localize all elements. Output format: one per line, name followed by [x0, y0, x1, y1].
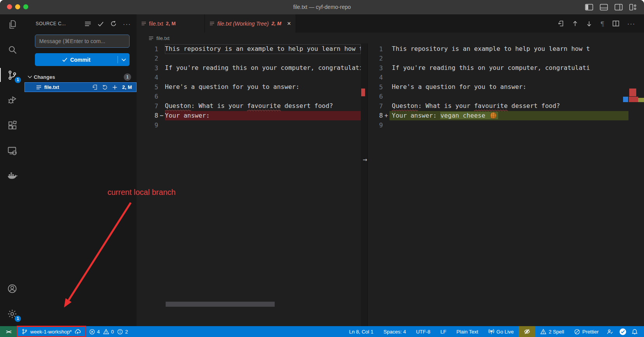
refresh-icon[interactable]	[110, 21, 117, 27]
changed-file-name: file.txt	[44, 84, 59, 90]
deleted-code-line[interactable]: Your answer:	[165, 111, 361, 121]
code-line[interactable]	[165, 73, 361, 83]
open-file-icon[interactable]	[92, 84, 98, 90]
activity-search[interactable]	[0, 40, 24, 60]
problems-status-item[interactable]: 4 0 2	[86, 326, 132, 337]
sidebar-title: SOURCE C...	[36, 21, 85, 26]
code-line[interactable]: Queston: What is your favourite dessert …	[165, 101, 361, 111]
discard-changes-icon[interactable]	[102, 84, 108, 90]
right-line-7: 7Queston: What is your favourite dessert…	[367, 101, 628, 111]
file-list-icon	[36, 85, 42, 90]
run-and-debug-icon	[7, 95, 17, 106]
branch-status-item[interactable]: week-1-workshop*	[17, 326, 86, 337]
right-line-2: 2	[367, 54, 628, 64]
activity-settings[interactable]: 1	[0, 304, 24, 324]
inserted-code-line[interactable]: Your answer: vegan cheese	[390, 111, 628, 121]
toggle-primary-sidebar-icon[interactable]	[585, 3, 594, 12]
language-mode-item[interactable]: Plain Text	[451, 326, 483, 337]
commit-check-icon[interactable]	[97, 21, 104, 27]
toggle-panel-icon[interactable]	[599, 3, 608, 12]
go-live-label: Go Live	[497, 329, 514, 335]
toggle-secondary-sidebar-icon[interactable]	[614, 3, 623, 12]
revert-change-arrow[interactable]: →	[363, 155, 374, 163]
code-line[interactable]: Here's a question for you to answer:	[165, 82, 361, 92]
check-circle-icon	[620, 328, 626, 335]
spell-checker-toggle-item[interactable]	[519, 326, 535, 337]
split-editor-icon[interactable]	[613, 21, 619, 26]
breadcrumb-file-icon	[149, 36, 154, 40]
previous-change-icon[interactable]	[572, 21, 578, 27]
vscode-window: file.txt — cyf-demo-repo 1	[0, 0, 644, 337]
activity-docker[interactable]	[0, 166, 24, 186]
more-actions-icon[interactable]: ···	[123, 21, 131, 27]
go-live-item[interactable]: Go Live	[483, 326, 519, 337]
left-line-6: 6	[137, 92, 361, 102]
warnings-icon	[103, 329, 109, 334]
changes-section-header[interactable]: Changes 1	[24, 72, 137, 82]
code-line[interactable]	[390, 120, 628, 130]
bell-icon	[632, 328, 638, 335]
breadcrumb[interactable]: file.txt	[137, 33, 644, 43]
next-change-icon[interactable]	[586, 21, 592, 27]
code-line[interactable]	[390, 54, 628, 64]
code-line[interactable]: Queston: What is your favourite dessert …	[390, 101, 628, 111]
code-line[interactable]: If you're reading this on your computer,…	[390, 63, 628, 73]
code-line[interactable]: Here's a question for you to answer:	[390, 82, 628, 92]
more-actions-icon[interactable]: ···	[627, 20, 635, 27]
whitespace-icon[interactable]: ¶	[600, 20, 604, 28]
code-line[interactable]	[390, 92, 628, 102]
remote-indicator[interactable]: ><	[0, 326, 17, 337]
commit-dropdown-button[interactable]	[118, 58, 130, 61]
code-line[interactable]	[390, 73, 628, 83]
view-as-tree-icon[interactable]	[85, 21, 91, 27]
tab-file-txt[interactable]: file.txt 2, M	[137, 14, 205, 33]
status-check-item[interactable]	[616, 326, 629, 337]
activity-explorer[interactable]	[0, 14, 24, 35]
commit-button-label: Commit	[70, 57, 90, 63]
code-line[interactable]	[165, 92, 361, 102]
info-icon	[117, 329, 123, 335]
deleted-change-mark	[361, 89, 365, 96]
close-tab-icon[interactable]: ×	[287, 20, 291, 27]
misspelled-word: favourite	[247, 102, 281, 109]
change-mark	[638, 98, 644, 102]
changed-file-row[interactable]: file.txt 2, M	[24, 82, 137, 92]
right-overview-ruler[interactable]	[628, 43, 644, 326]
customize-layout-icon[interactable]	[629, 3, 638, 12]
files-icon	[7, 19, 17, 30]
activity-run-debug[interactable]	[0, 90, 24, 110]
commit-button[interactable]: Commit	[35, 53, 130, 66]
activity-remote-explorer[interactable]	[0, 141, 24, 161]
activity-accounts[interactable]	[0, 278, 24, 299]
notifications-item[interactable]	[629, 326, 640, 337]
tab-file-txt-working-tree[interactable]: file.txt (Working Tree) 2, M ×	[205, 14, 296, 33]
right-line-4: 4	[367, 73, 628, 83]
spell-label: 2 Spell	[549, 329, 564, 335]
stage-changes-icon[interactable]	[112, 85, 118, 90]
commit-message-input[interactable]	[35, 35, 130, 48]
activity-source-control[interactable]: 1	[0, 65, 24, 85]
left-overview-ruler[interactable]	[361, 43, 368, 326]
code-line[interactable]	[165, 120, 361, 130]
activity-extensions[interactable]	[0, 115, 24, 135]
line-number: 7	[137, 102, 158, 110]
eol-item[interactable]: LF	[435, 326, 451, 337]
prettier-status-item[interactable]: Prettier	[569, 326, 604, 337]
cursor-position-item[interactable]: Ln 8, Col 1	[344, 326, 379, 337]
spell-status-item[interactable]: 2 Spell	[535, 326, 569, 337]
feedback-item[interactable]	[604, 326, 616, 337]
waffle-emoji	[490, 112, 497, 119]
warning-triangle-icon	[540, 329, 546, 334]
tab-bar: file.txt 2, M file.txt (Working Tree) 2,…	[137, 14, 644, 33]
eye-off-icon	[524, 328, 530, 335]
code-line[interactable]: This repository is an example to help yo…	[390, 44, 628, 54]
right-line-1: 1This repository is an example to help y…	[367, 44, 628, 54]
code-line[interactable]: This repository is an example to help yo…	[165, 44, 361, 54]
indentation-item[interactable]: Spaces: 4	[379, 326, 411, 337]
code-line[interactable]: If you're reading this on your computer,…	[165, 63, 361, 73]
encoding-item[interactable]: UTF-8	[411, 326, 435, 337]
code-line[interactable]	[165, 54, 361, 64]
horizontal-scrollbar[interactable]	[166, 302, 275, 307]
open-changes-icon[interactable]	[557, 20, 564, 27]
left-line-1: 1This repository is an example to help y…	[137, 44, 361, 54]
